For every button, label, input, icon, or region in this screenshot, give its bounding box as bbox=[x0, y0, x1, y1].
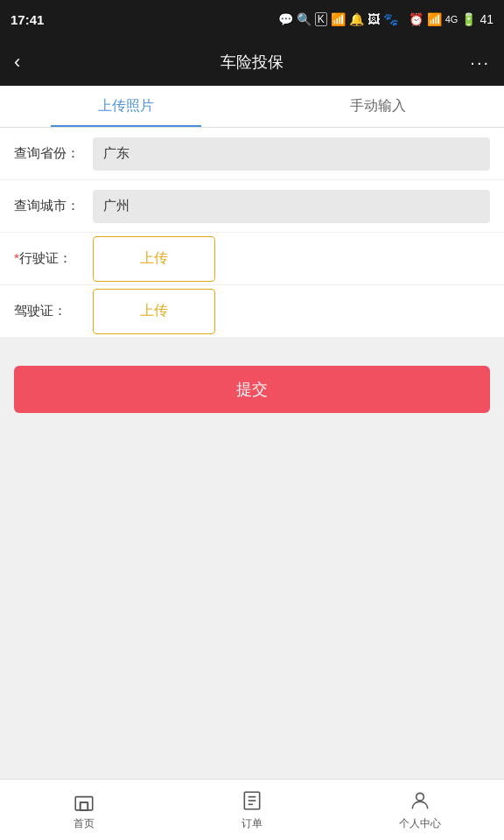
province-row: 查询省份： bbox=[0, 128, 504, 180]
home-svg bbox=[73, 789, 95, 812]
form-gap bbox=[0, 338, 504, 352]
order-icon bbox=[240, 788, 264, 813]
svg-point-7 bbox=[416, 793, 424, 801]
back-button[interactable]: ‹ bbox=[14, 51, 49, 74]
main-content: 查询省份： 查询城市： *行驶证： 上传 驾驶证： 上传 bbox=[0, 128, 504, 840]
page-title: 车险投保 bbox=[49, 52, 455, 73]
more-button[interactable]: ··· bbox=[455, 52, 490, 73]
signal-icon: 📶 bbox=[331, 12, 346, 26]
image-icon: 🖼 bbox=[368, 12, 380, 26]
city-field[interactable] bbox=[93, 190, 490, 223]
battery-icon: 🔋 bbox=[461, 12, 476, 26]
nav-home-label: 首页 bbox=[74, 816, 94, 831]
svg-rect-0 bbox=[75, 797, 93, 810]
top-tab-bar: 上传照片 手动输入 bbox=[0, 86, 504, 128]
navbar: ‹ 车险投保 ··· bbox=[0, 38, 504, 86]
svg-rect-2 bbox=[80, 802, 88, 810]
order-svg bbox=[241, 789, 263, 812]
nav-order-label: 订单 bbox=[242, 816, 262, 831]
notification-icon: 🔔 bbox=[349, 12, 364, 26]
status-bar: 17:41 💬 🔍 K 📶 🔔 🖼 🐾 ⏰ 📶 4G 🔋 41 bbox=[0, 0, 504, 38]
k-icon: K bbox=[315, 12, 327, 26]
battery-level: 41 bbox=[480, 12, 494, 26]
status-icons: 💬 🔍 K 📶 🔔 🖼 🐾 ⏰ 📶 4G 🔋 41 bbox=[278, 12, 494, 26]
driver-license-upload[interactable]: 上传 bbox=[93, 289, 215, 334]
profile-svg bbox=[409, 789, 431, 812]
driver-license-row: 驾驶证： 上传 bbox=[0, 285, 504, 338]
city-row: 查询城市： bbox=[0, 180, 504, 233]
wifi-icon: 📶 bbox=[427, 12, 442, 26]
vehicle-license-upload[interactable]: 上传 bbox=[93, 236, 215, 282]
svg-rect-1 bbox=[80, 802, 88, 810]
province-field[interactable] bbox=[93, 137, 490, 171]
submit-section: 提交 bbox=[0, 352, 504, 427]
paw-icon: 🐾 bbox=[383, 12, 398, 26]
city-label: 查询城市： bbox=[14, 198, 93, 214]
vehicle-license-row: *行驶证： 上传 bbox=[0, 233, 504, 285]
submit-button[interactable]: 提交 bbox=[14, 366, 490, 413]
nav-order[interactable]: 订单 bbox=[168, 788, 336, 831]
bottom-nav: 首页 订单 个人中心 bbox=[0, 779, 504, 840]
tab-upload-photo[interactable]: 上传照片 bbox=[0, 86, 252, 127]
4g-icon: 4G bbox=[445, 14, 458, 24]
profile-icon bbox=[408, 788, 432, 813]
driver-license-label: 驾驶证： bbox=[14, 303, 93, 319]
status-time: 17:41 bbox=[10, 12, 44, 27]
message-icon: 💬 bbox=[278, 12, 293, 26]
home-icon bbox=[72, 788, 96, 813]
tab-manual-input[interactable]: 手动输入 bbox=[252, 86, 504, 127]
nav-home[interactable]: 首页 bbox=[0, 788, 168, 831]
form-section: 查询省份： 查询城市： *行驶证： 上传 驾驶证： 上传 bbox=[0, 128, 504, 338]
nav-profile[interactable]: 个人中心 bbox=[336, 788, 504, 831]
search-icon: 🔍 bbox=[297, 12, 312, 26]
vehicle-license-label: *行驶证： bbox=[14, 250, 93, 267]
nav-profile-label: 个人中心 bbox=[399, 816, 441, 831]
province-label: 查询省份： bbox=[14, 145, 93, 162]
clock-icon: ⏰ bbox=[409, 12, 424, 26]
